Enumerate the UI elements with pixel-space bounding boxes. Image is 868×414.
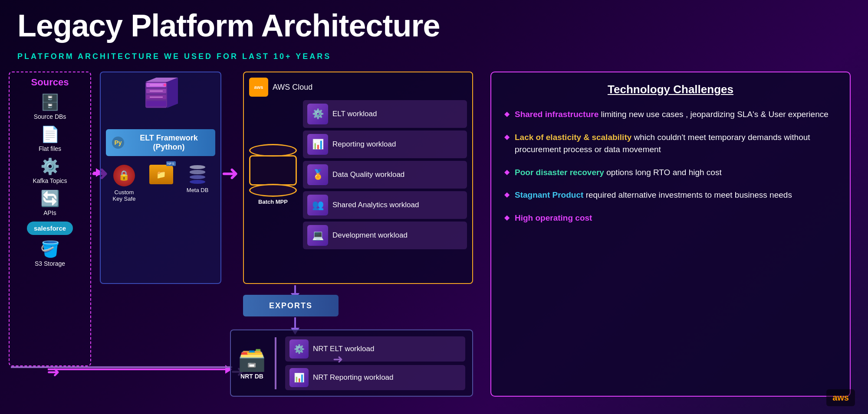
challenge-text-3: Poor disaster recovery options long RTO … [515,166,722,179]
highlight-elasticity: Lack of elasticity & scalability [515,133,631,142]
challenge-rest-4: required alternative investments to meet… [586,190,792,199]
reporting-icon: 📊 [307,134,328,155]
challenge-text-5: High operating cost [515,212,592,225]
nrt-reporting-label: NRT Reporting workload [313,373,394,382]
challenge-elasticity: ◆ Lack of elasticity & scalability which… [504,131,837,156]
kafka-icon: ⚙️ [40,157,60,176]
nrt-db-label: NRT DB [240,373,263,380]
salesforce-badge: salesforce [27,222,73,235]
exports-box: EXPORTS [243,295,339,316]
nrt-db-icon: 🗃️ [238,346,266,373]
workload-list: ⚙️ ELT workload 📊 Reporting workload 🏅 D… [303,100,467,249]
batch-mpp-area: Batch MPP ⚙️ ELT workload 📊 Reporting wo… [249,100,467,249]
source-apis-label: APIs [43,209,56,216]
tool-custom-key-safe: 🔒 CustomKey Safe [113,165,136,202]
bullet-1: ◆ [504,110,510,118]
arrow-nrt-workloads: ➜ [333,352,343,366]
elt-framework-box: Py ELT Framework (Python) 🔒 CustomKey Sa… [100,72,221,284]
highlight-shared-infra: Shared infrastructure [515,110,598,119]
elt-tools-row: 🔒 CustomKey Safe NFS 📁 Meta DB [106,165,215,202]
aws-badge: aws [826,389,855,406]
custom-key-safe-label: CustomKey Safe [113,189,136,202]
aws-text: aws [832,393,849,402]
meta-db-icon [187,165,208,184]
arrow-cloud-to-exports [294,285,296,296]
batch-db-visual: Batch MPP [249,100,297,249]
tool-nfs-folder: NFS 📁 [149,165,173,193]
challenge-shared-infra: ◆ Shared infrastructure limiting new use… [504,108,837,121]
nfs-label [160,187,162,193]
bullet-3: ◆ [504,168,510,176]
nrt-divider [275,337,276,389]
source-kafka-label: Kafka Topics [33,177,67,184]
nrt-reporting-workload: 📊 NRT Reporting workload [285,365,465,390]
page-subtitle: PLATFORM ARCHITECTURE WE USED FOR LAST 1… [17,52,331,61]
source-item-apis: 🔄 APIs [14,189,86,216]
tool-meta-db: Meta DB [187,165,209,193]
elt-framework-label: ELT Framework (Python) [128,134,209,152]
nrt-box: 🗃️ NRT DB ➜ ⚙️ NRT ELT workload 📊 NRT Re… [230,329,473,397]
challenge-disaster-recovery: ◆ Poor disaster recovery options long RT… [504,166,837,179]
development-workload-label: Development workload [332,231,408,240]
svg-rect-4 [146,101,166,106]
svg-marker-6 [167,78,178,108]
aws-logo: aws [249,78,268,97]
workload-dataquality: 🏅 Data Quality workload [303,161,467,189]
challenge-text-2: Lack of elasticity & scalability which c… [515,131,837,156]
workload-elt: ⚙️ ELT workload [303,100,467,128]
dataquality-workload-label: Data Quality workload [332,170,404,179]
page-title: Legacy Platform Architecture [17,8,440,43]
exports-label: EXPORTS [269,301,312,310]
api-icon: 🔄 [40,189,60,208]
python-icon: Py [112,137,124,149]
challenge-text-1: Shared infrastructure limiting new use c… [515,108,829,121]
svg-point-8 [164,84,166,86]
development-icon: 💻 [307,225,328,246]
arrow-elt-to-cloud: ➜ [221,163,239,184]
reporting-workload-label: Reporting workload [332,140,396,149]
source-item-salesforce: salesforce [14,222,86,235]
source-item-s3: 🪣 S3 Storage [14,240,86,267]
nrt-workloads: ⚙️ NRT ELT workload 📊 NRT Reporting work… [285,336,465,390]
challenge-text-4: Stagnant Product required alternative in… [515,189,792,202]
nfs-badge: NFS [166,161,176,166]
line-sources-nrt [11,366,232,368]
batch-mpp-label: Batch MPP [258,199,288,205]
source-flatfiles-label: Flat files [39,145,61,152]
workload-development: 💻 Development workload [303,222,467,249]
elt-framework-button: Py ELT Framework (Python) [106,129,215,156]
arrow-exports-to-nrt [294,317,296,330]
bullet-5: ◆ [504,213,510,222]
source-dbs-label: Source DBs [34,113,66,120]
challenge-rest-3: options long RTO and high cost [606,168,721,177]
highlight-operating-cost: High operating cost [515,213,592,222]
challenge-stagnant-product: ◆ Stagnant Product required alternative … [504,189,837,202]
file-icon: 📄 [40,125,60,143]
aws-cloud-box: aws AWS Cloud Batch MPP ⚙️ ELT workload … [243,72,473,284]
meta-db-label: Meta DB [187,187,209,193]
s3-icon: 🪣 [40,240,60,258]
workload-reporting: 📊 Reporting workload [303,130,467,158]
source-item-dbs: 🗄️ Source DBs [14,93,86,120]
bullet-2: ◆ [504,133,510,141]
nrt-reporting-icon: 📊 [289,368,309,387]
source-s3-label: S3 Storage [35,260,65,267]
analytics-workload-label: Shared Analytics workload [332,201,419,209]
nrt-elt-icon: ⚙️ [289,339,309,359]
tech-challenges-title: Technology Challenges [504,83,837,96]
nrt-elt-workload: ⚙️ NRT ELT workload [285,336,465,362]
challenge-rest-1: limiting new use cases , jeopardizing SL… [601,110,829,119]
database-icon: 🗄️ [40,93,60,111]
challenge-operating-cost: ◆ High operating cost [504,212,837,225]
folder-icon: NFS 📁 [149,165,173,184]
workload-analytics: 👥 Shared Analytics workload [303,191,467,219]
nrt-elt-label: NRT ELT workload [313,345,374,353]
sources-title: Sources [14,77,86,88]
source-item-flatfiles: 📄 Flat files [14,125,86,152]
highlight-disaster-recovery: Poor disaster recovery [515,168,604,177]
tech-challenges-box: Technology Challenges ◆ Shared infrastru… [490,72,851,397]
analytics-icon: 👥 [307,195,328,215]
highlight-stagnant-product: Stagnant Product [515,190,583,199]
server-icon [106,78,215,125]
nrt-db-visual: 🗃️ NRT DB [238,346,266,380]
